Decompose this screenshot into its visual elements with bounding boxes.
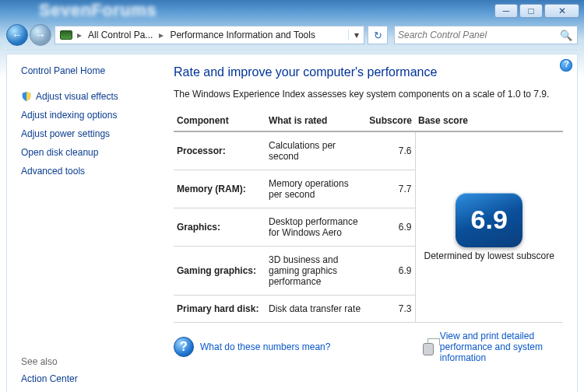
intro-text: The Windows Experience Index assesses ke…: [174, 89, 563, 100]
question-icon: ?: [174, 337, 194, 357]
view-print-details-link[interactable]: View and print detailed performance and …: [440, 331, 563, 363]
cell-subscore: 6.9: [365, 208, 415, 247]
cell-component: Primary hard disk:: [174, 296, 266, 323]
search-box[interactable]: 🔍: [394, 26, 578, 44]
sidebar-item-advanced-tools[interactable]: Advanced tools: [21, 166, 155, 177]
cell-subscore: 7.6: [365, 131, 415, 170]
forward-button[interactable]: →: [30, 24, 51, 46]
breadcrumb-performance-info[interactable]: Performance Information and Tools: [165, 26, 320, 44]
sidebar-item-adjust-indexing-options[interactable]: Adjust indexing options: [21, 110, 155, 121]
search-input[interactable]: [398, 30, 558, 40]
breadcrumb[interactable]: ▸ All Control Pa... ▸ Performance Inform…: [55, 26, 364, 44]
cell-subscore: 6.9: [365, 247, 415, 296]
breadcrumb-all-control-panel[interactable]: All Control Pa...: [83, 26, 157, 44]
table-row: Processor: Calculations per second 7.6 6…: [174, 131, 563, 170]
refresh-button[interactable]: ↻: [368, 26, 388, 44]
sidebar-item-adjust-power-settings[interactable]: Adjust power settings: [21, 128, 155, 139]
sidebar-item-label: Open disk cleanup: [21, 147, 98, 158]
col-component: Component: [174, 110, 266, 131]
divider: [6, 50, 578, 51]
wei-table: Component What is rated Subscore Base sc…: [174, 110, 563, 323]
sidebar-item-label: Adjust indexing options: [21, 110, 117, 121]
cell-subscore: 7.7: [365, 170, 415, 208]
col-subscore: Subscore: [365, 110, 415, 131]
close-button[interactable]: ✕: [544, 4, 579, 18]
col-base-score: Base score: [415, 110, 563, 131]
sidebar-item-label: Adjust visual effects: [36, 91, 118, 102]
cell-component: Graphics:: [174, 208, 266, 247]
minimize-button[interactable]: ─: [494, 4, 518, 18]
cell-subscore: 7.3: [365, 296, 415, 323]
maximize-button[interactable]: □: [519, 4, 543, 18]
window-ghost-title: SevenForums: [39, 0, 157, 20]
printer-icon: [423, 338, 434, 355]
cell-component: Memory (RAM):: [174, 170, 266, 208]
col-what-is-rated: What is rated: [266, 110, 365, 131]
breadcrumb-history-dropdown[interactable]: ▾: [348, 30, 364, 40]
sidebar-item-label: Advanced tools: [21, 166, 85, 177]
shield-icon: [21, 91, 32, 102]
back-button[interactable]: ←: [6, 24, 28, 46]
breadcrumb-root-icon[interactable]: [55, 26, 76, 44]
cell-component: Gaming graphics:: [174, 247, 266, 296]
cell-desc: Disk data transfer rate: [266, 296, 365, 323]
cell-desc: 3D business and gaming graphics performa…: [266, 247, 365, 296]
base-score-badge: 6.9: [456, 193, 522, 247]
control-panel-home-link[interactable]: Control Panel Home: [21, 65, 155, 76]
action-center-link[interactable]: Action Center: [21, 373, 155, 384]
cell-component: Processor:: [174, 131, 266, 170]
what-do-numbers-mean-link[interactable]: What do these numbers mean?: [200, 341, 330, 352]
base-score-caption: Determined by lowest subscore: [416, 250, 564, 262]
cell-desc: Calculations per second: [266, 131, 365, 170]
cell-desc: Memory operations per second: [266, 170, 365, 208]
search-icon[interactable]: 🔍: [558, 30, 574, 41]
sidebar: Control Panel Home Adjust visual effects…: [7, 54, 164, 392]
main-content: Rate and improve your computer's perform…: [164, 54, 577, 392]
sidebar-item-open-disk-cleanup[interactable]: Open disk cleanup: [21, 147, 155, 158]
cell-desc: Desktop performance for Windows Aero: [266, 208, 365, 247]
chevron-right-icon[interactable]: ▸: [76, 30, 83, 40]
sidebar-item-adjust-visual-effects[interactable]: Adjust visual effects: [21, 91, 155, 102]
help-icon[interactable]: [558, 58, 574, 73]
chevron-right-icon[interactable]: ▸: [157, 30, 165, 40]
see-also-heading: See also: [21, 356, 155, 367]
base-score-cell: 6.9 Determined by lowest subscore: [415, 131, 563, 323]
page-title: Rate and improve your computer's perform…: [174, 65, 563, 79]
sidebar-item-label: Adjust power settings: [21, 128, 110, 139]
